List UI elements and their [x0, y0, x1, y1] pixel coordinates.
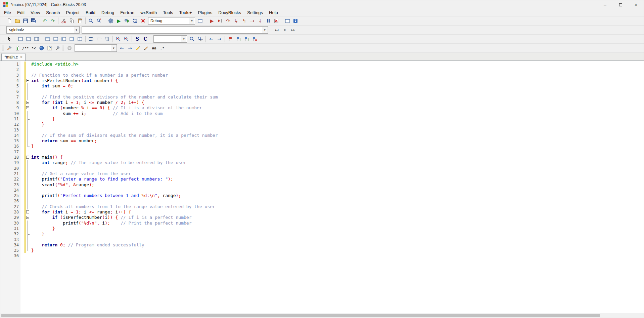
line-number[interactable]: 17 — [0, 149, 20, 155]
build-button[interactable] — [107, 17, 115, 25]
letter-s-button[interactable]: S — [133, 35, 141, 43]
striped-frame-button[interactable] — [33, 35, 41, 43]
step-into-instruction-button[interactable]: ⇣ — [256, 17, 264, 25]
fold-collapse-icon[interactable] — [26, 156, 29, 159]
code-line[interactable]: 14 // If the sum of divisors equals the … — [0, 133, 644, 138]
menu-item-project[interactable]: Project — [63, 9, 83, 16]
line-number[interactable]: 18 — [0, 155, 20, 160]
code-text[interactable]: } — [30, 116, 55, 122]
line-number[interactable]: 30 — [0, 221, 20, 226]
code-line[interactable]: 6 — [0, 89, 644, 94]
fold-margin[interactable] — [26, 198, 30, 204]
line-number[interactable]: 15 — [0, 138, 20, 144]
line-number[interactable]: 34 — [0, 242, 20, 248]
code-line[interactable]: 35} — [0, 248, 644, 253]
zoom-out-button[interactable] — [122, 35, 130, 43]
line-number[interactable]: 13 — [0, 127, 20, 133]
line-number[interactable]: 10 — [0, 111, 20, 116]
code-text[interactable]: int main() { — [30, 155, 63, 160]
line-number[interactable]: 27 — [0, 204, 20, 209]
code-line[interactable]: 3// Function to check if a number is a p… — [0, 73, 644, 78]
code-line[interactable]: 28 for (int i = 1; i <= range; i++) { — [0, 209, 644, 215]
code-line[interactable]: 25 printf("Perfect numbers between 1 and… — [0, 193, 644, 198]
next-bookmark-button[interactable] — [242, 35, 250, 43]
scope-select[interactable]: <global>▾ — [6, 26, 80, 34]
code-text[interactable]: } — [30, 122, 44, 127]
chevron-down-icon[interactable]: ▾ — [74, 27, 79, 33]
minimize-button[interactable]: – — [597, 0, 613, 9]
code-line[interactable]: 26 — [0, 198, 644, 204]
code-line[interactable]: 9 if (number % i == 0) { // If i is a di… — [0, 105, 644, 111]
code-text[interactable]: } — [30, 144, 34, 149]
build-target-select[interactable]: Debug▾ — [148, 17, 195, 25]
code-line[interactable]: 29 if (isPerfectNumber(i)) { // If i is … — [0, 215, 644, 220]
build-and-run-button[interactable] — [123, 17, 131, 25]
extract-docs-button[interactable] — [5, 44, 13, 52]
blank-frame-button[interactable] — [16, 35, 25, 43]
fold-margin[interactable] — [26, 182, 30, 188]
line-number[interactable]: 4 — [0, 78, 20, 83]
code-line[interactable]: 21 // Get a range value from the user — [0, 171, 644, 176]
fold-margin[interactable] — [26, 94, 30, 100]
code-line[interactable]: 15 return sum == number; — [0, 138, 644, 144]
code-line[interactable]: 30 printf("%d\n", i); // Print the perfe… — [0, 221, 644, 226]
doxywizard-button[interactable] — [38, 44, 46, 52]
code-text[interactable]: printf("Enter a range to find perfect nu… — [30, 176, 173, 182]
chevron-down-icon[interactable]: ▾ — [181, 36, 186, 42]
marquee-rect-button[interactable] — [87, 35, 95, 43]
code-text[interactable]: int range; // The range value to be ente… — [30, 160, 186, 165]
toolbar-grip[interactable] — [2, 18, 4, 24]
menu-item-help[interactable]: Help — [266, 9, 281, 16]
code-line[interactable]: 12 } — [0, 122, 644, 127]
replace-button[interactable] — [95, 17, 103, 25]
toolbar-grip[interactable] — [2, 27, 4, 33]
code-line[interactable]: 36 — [0, 253, 644, 259]
window-left-button[interactable] — [60, 35, 68, 43]
code-text[interactable]: for (int i = 1; i <= range; i++) { — [30, 209, 131, 215]
fold-margin[interactable] — [26, 89, 30, 94]
code-text[interactable]: printf("Perfect numbers between 1 and %d… — [30, 193, 181, 198]
close-button[interactable]: × — [628, 0, 644, 9]
fold-margin[interactable] — [26, 111, 30, 116]
zoom-in-button[interactable] — [114, 35, 122, 43]
fold-margin[interactable] — [26, 138, 30, 144]
code-text[interactable]: printf("%d\n", i); // Print the perfect … — [30, 221, 191, 226]
line-number[interactable]: 32 — [0, 231, 20, 237]
jump-point-button[interactable]: ● — [281, 26, 289, 34]
selected-scope-button[interactable] — [142, 44, 150, 52]
menu-item-search[interactable]: Search — [43, 9, 63, 16]
code-line[interactable]: 34 return 0; // Program ended successful… — [0, 242, 644, 248]
code-line[interactable]: 13 — [0, 127, 644, 133]
code-line[interactable]: 24 — [0, 188, 644, 193]
marquee-col-button[interactable] — [103, 35, 111, 43]
menu-item-wxsmith[interactable]: wxSmith — [137, 9, 160, 16]
line-number[interactable]: 19 — [0, 160, 20, 165]
toolbar-grip[interactable] — [270, 27, 271, 33]
undo-button[interactable]: ↶ — [41, 17, 49, 25]
code-line[interactable]: 5 int sum = 0; — [0, 83, 644, 89]
chevron-down-icon[interactable]: ▾ — [111, 45, 116, 51]
paste-button[interactable] — [76, 17, 84, 25]
menu-item-tools[interactable]: Tools — [160, 9, 176, 16]
tab-close-icon[interactable]: × — [20, 55, 22, 59]
line-number[interactable]: 25 — [0, 193, 20, 198]
line-number[interactable]: 21 — [0, 171, 20, 176]
line-number[interactable]: 31 — [0, 226, 20, 231]
code-line[interactable]: 19 int range; // The range value to be e… — [0, 160, 644, 165]
fold-margin[interactable] — [26, 221, 30, 226]
rebuild-button[interactable] — [131, 17, 139, 25]
code-text[interactable] — [30, 149, 31, 155]
new-file-button[interactable] — [5, 17, 13, 25]
code-text[interactable]: sum += i; // Add i to the sum — [30, 111, 163, 116]
nav-forward-button[interactable]: → — [215, 35, 223, 43]
line-number[interactable]: 20 — [0, 166, 20, 171]
code-line[interactable]: 33 — [0, 237, 644, 242]
code-line[interactable]: 31 } — [0, 226, 644, 231]
code-text[interactable]: // Function to check if a number is a pe… — [30, 73, 168, 78]
save-file-button[interactable] — [21, 17, 30, 25]
fold-margin[interactable] — [26, 204, 30, 209]
code-text[interactable]: int sum = 0; — [30, 83, 73, 89]
fold-margin[interactable] — [26, 155, 30, 160]
previous-bookmark-button[interactable] — [234, 35, 242, 43]
code-text[interactable]: // Get a range value from the user — [30, 171, 131, 176]
